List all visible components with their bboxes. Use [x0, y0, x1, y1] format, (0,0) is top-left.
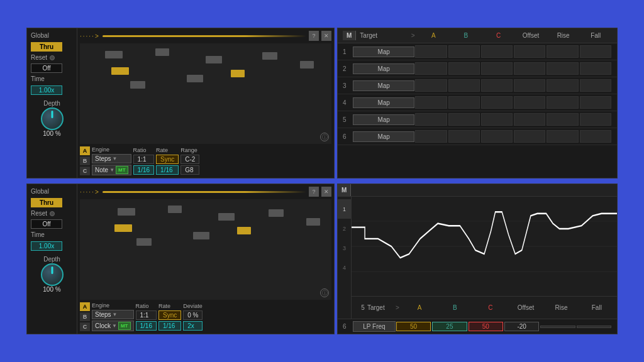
depth-knob-control-top[interactable]	[41, 107, 64, 130]
thru-button-top[interactable]: Thru	[31, 42, 62, 52]
a-btn-top[interactable]: A	[80, 146, 90, 155]
chart-val-b6[interactable]: 25	[432, 322, 467, 331]
map-btn-3[interactable]: Map	[353, 80, 414, 91]
engine-col-bottom: Engine Steps▼ Clock▼ MT	[92, 302, 134, 331]
map-cell-1f	[580, 45, 611, 58]
close-btn-bottom[interactable]: ✕	[321, 187, 331, 197]
depth-label-top: Depth	[43, 100, 60, 107]
deviate-c-bottom[interactable]: 2x	[183, 321, 203, 331]
help-btn-top[interactable]: ?	[309, 31, 319, 41]
map-cell-2r	[547, 62, 578, 75]
top-right-panel: M Target > A B C Offset Rise Fall 1 Map	[337, 28, 618, 178]
sync-val-bottom[interactable]: Sync	[158, 310, 181, 320]
map-cell-5a	[415, 113, 447, 126]
chart-header-offset: Offset	[508, 304, 543, 311]
map-cell-6a	[415, 130, 447, 143]
header-col-c-top: C	[482, 32, 515, 39]
seq-block-b3	[218, 213, 235, 221]
chart-val-offset6[interactable]: -20	[504, 322, 539, 331]
chart-area: 1 2 3 4	[338, 197, 617, 319]
map-cell-4b	[448, 96, 480, 109]
map-cell-1b	[448, 45, 480, 58]
map-cell-5c	[481, 113, 513, 126]
c-btn-bottom[interactable]: C	[80, 322, 90, 331]
abc-col-bottom: A B C	[80, 302, 90, 331]
chart-row-5	[338, 277, 351, 297]
map-btn-6[interactable]: Map	[353, 131, 414, 142]
depth-knob-control-bottom[interactable]	[41, 263, 64, 286]
map-rows-top: 1 Map 2 Map	[338, 43, 617, 178]
rate-val-top[interactable]: 1/16	[156, 165, 179, 175]
rate-c-bottom[interactable]: 1/16	[136, 321, 157, 331]
ratio-val-top[interactable]: 1:1	[133, 155, 154, 164]
grid-area-bottom: ⓘ	[80, 199, 331, 300]
engine-col-top: Engine Steps▼ Note▼ MT	[92, 146, 131, 175]
steps-dropdown-top[interactable]: ▼	[113, 156, 118, 162]
close-btn-top[interactable]: ✕	[321, 31, 331, 41]
map-btn-4[interactable]: Map	[353, 97, 414, 108]
engine-label-bottom: Engine	[92, 302, 134, 309]
time-val-bottom[interactable]: 1.00x	[31, 241, 62, 251]
reset-val-top[interactable]: Off	[31, 63, 62, 73]
ratio-val-bottom[interactable]: 1:1	[136, 310, 157, 320]
top-left-panel: Global Thru Reset Off Time 1.00x Depth 1…	[26, 28, 335, 178]
depth-knob-bottom: Depth 100 %	[31, 256, 73, 293]
range-start-top[interactable]: C-2	[180, 155, 199, 164]
mt-badge-top[interactable]: MT	[116, 166, 128, 174]
seq-block-5	[300, 61, 314, 69]
map-cell-2f	[580, 62, 611, 75]
chart-val-fall6[interactable]	[577, 326, 611, 328]
rate-c-top[interactable]: 1/16	[133, 165, 154, 175]
thru-button-bottom[interactable]: Thru	[31, 198, 62, 207]
rate-val-bottom[interactable]: 1/16	[158, 321, 181, 331]
seq-block-b-active-1	[114, 224, 132, 232]
help-btn-bottom[interactable]: ?	[309, 187, 319, 197]
map-cell-6r	[547, 130, 578, 143]
map-cell-1a	[415, 45, 447, 58]
seq-top-bar-top: ·····> ? ✕	[80, 31, 331, 41]
b-btn-bottom[interactable]: B	[80, 312, 90, 321]
header-fall-top: Fall	[579, 32, 612, 39]
bottom-row: Global Thru Reset Off Time 1.00x Depth 1…	[26, 184, 618, 334]
reset-label-bottom: Reset	[31, 210, 47, 217]
chart-val-rise6[interactable]	[540, 326, 575, 328]
map-header-bottom: M	[338, 184, 617, 197]
map-btn-2[interactable]: Map	[353, 63, 414, 74]
lp-freq-btn[interactable]: LP Freq	[353, 321, 396, 332]
reset-val-bottom[interactable]: Off	[31, 219, 62, 229]
map-cell-4f	[580, 96, 611, 109]
map-row-4: 4 Map	[338, 94, 617, 111]
chart-val-a6[interactable]: 50	[396, 322, 431, 331]
note-val-top: Note▼ MT	[92, 165, 131, 175]
info-icon-bottom: ⓘ	[320, 288, 329, 297]
a-btn-bottom[interactable]: A	[80, 302, 90, 311]
map-cell-4a	[415, 96, 447, 109]
chart-bottom-row: 5 Target > A B C Offset Rise Fall	[352, 296, 617, 319]
rate-label-bottom: Rate	[158, 303, 181, 309]
sync-val-top[interactable]: Sync	[156, 155, 179, 164]
global-label-bottom: Global	[31, 188, 73, 195]
map-cell-1r	[547, 45, 578, 58]
map-btn-5[interactable]: Map	[353, 114, 414, 125]
chart-svg-area	[352, 197, 617, 296]
chart-val-c6[interactable]: 50	[469, 322, 503, 331]
global-label-top: Global	[31, 32, 73, 39]
time-val-top[interactable]: 1.00x	[31, 85, 62, 95]
b-btn-top[interactable]: B	[80, 156, 90, 165]
ratio-col-bottom: Ratio 1:1 1/16	[136, 303, 157, 331]
c-btn-top[interactable]: C	[80, 167, 90, 175]
chart-header-a: A	[402, 304, 437, 311]
note-dropdown-top[interactable]: ▼	[109, 167, 114, 173]
map-btn-1[interactable]: Map	[353, 47, 414, 57]
depth-knob-top: Depth 100 %	[31, 100, 73, 137]
deviate-0-bottom[interactable]: 0 %	[183, 310, 203, 320]
mt-badge-bottom[interactable]: MT	[118, 322, 131, 330]
map-header-top: M Target > A B C Offset Rise Fall	[338, 28, 617, 43]
header-m-bottom: M	[338, 184, 351, 196]
steps-dropdown-bottom[interactable]: ▼	[113, 312, 118, 317]
seq-block-b2	[168, 206, 182, 213]
map-cell-5r	[547, 113, 578, 126]
range-end-top[interactable]: G8	[180, 165, 199, 175]
chart-row6-num: 6	[343, 323, 353, 330]
clock-dropdown-bottom[interactable]: ▼	[112, 323, 117, 329]
